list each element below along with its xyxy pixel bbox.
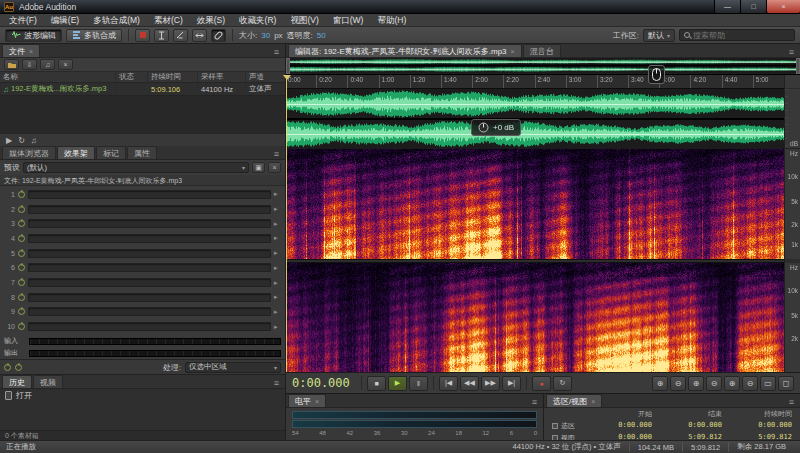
selection-duration[interactable]: 0:00.000 (722, 421, 792, 431)
maximize-button[interactable]: □ (740, 0, 766, 13)
frequency-ruler-right[interactable]: Hz 10k 5k 2k (785, 263, 800, 373)
play-button[interactable]: ▶ (388, 376, 407, 391)
preview-loop-icon[interactable]: ↻ (18, 136, 25, 145)
effect-slot[interactable]: 7 ▸ (4, 276, 281, 289)
effect-slot[interactable]: 5 ▸ (4, 247, 281, 260)
menu-item[interactable]: 素材(C) (147, 14, 190, 27)
column-duration[interactable]: 持续时间 (148, 72, 198, 82)
gain-hud-value[interactable]: +0 dB (493, 123, 514, 132)
power-icon[interactable] (18, 206, 25, 213)
rack-power-icon[interactable] (4, 364, 11, 371)
waveform-editor-button[interactable]: 波形编辑 (5, 29, 62, 42)
waveform-display[interactable]: +0 dB (286, 89, 784, 149)
playhead[interactable] (286, 75, 287, 372)
power-icon[interactable] (18, 191, 25, 198)
tab-effects-rack[interactable]: 效果架 (57, 146, 95, 159)
close-icon[interactable]: × (29, 48, 33, 55)
overview-left-handle[interactable] (286, 58, 290, 74)
tab-markers[interactable]: 标记 (96, 146, 126, 159)
preset-dropdown[interactable]: (默认) ▾ (23, 162, 249, 173)
panel-menu-icon[interactable]: ≡ (270, 149, 283, 159)
preview-audio-icon[interactable]: ♫ (31, 136, 37, 145)
panel-menu-icon[interactable]: ≡ (528, 397, 541, 407)
heal-brush-tool-icon[interactable] (211, 29, 226, 42)
slot-well[interactable] (28, 190, 271, 199)
time-display[interactable]: 0:00.000 (292, 376, 356, 390)
skip-forward-button[interactable]: ▶| (502, 376, 521, 391)
slot-arrow-icon[interactable]: ▸ (274, 234, 281, 242)
panel-menu-icon[interactable]: ≡ (270, 378, 283, 388)
close-icon[interactable]: × (511, 48, 515, 55)
slot-well[interactable] (28, 307, 271, 316)
menu-item[interactable]: 窗口(W) (326, 14, 371, 27)
spectrogram-right[interactable] (286, 263, 784, 373)
slip-tool-icon[interactable] (192, 29, 207, 42)
menu-item[interactable]: 帮助(H) (370, 14, 413, 27)
overview-right-handle[interactable] (796, 58, 800, 74)
slot-well[interactable] (28, 219, 271, 228)
power-icon[interactable] (18, 235, 25, 242)
zoom-full-button[interactable]: ◻ (778, 376, 794, 391)
media-icon[interactable]: ♫ (40, 59, 55, 70)
power-icon[interactable] (18, 294, 25, 301)
tab-selection-view[interactable]: 选区/视图 × (546, 394, 602, 407)
record-button[interactable]: ● (532, 376, 551, 391)
power-icon[interactable] (18, 250, 25, 257)
process-dropdown[interactable]: 仅选中区域 ▾ (185, 362, 281, 373)
power-icon[interactable] (18, 264, 25, 271)
rewind-button[interactable]: ◀◀ (460, 376, 479, 391)
history-item-open[interactable]: 打开 (0, 389, 285, 401)
slot-well[interactable] (28, 263, 271, 272)
effect-slot[interactable]: 1 ▸ (4, 188, 281, 201)
fast-forward-button[interactable]: ▶▶ (481, 376, 500, 391)
tab-files[interactable]: 文件 × (2, 44, 40, 57)
menu-item[interactable]: 文件(F) (2, 14, 44, 27)
zoom-selection-button[interactable]: ▭ (760, 376, 776, 391)
frequency-ruler-left[interactable]: Hz 10k 5k 2k 1k (785, 149, 800, 259)
opacity-value[interactable]: 50 (317, 31, 326, 40)
slot-well[interactable] (28, 293, 271, 302)
pause-button[interactable]: ‖ (409, 376, 428, 391)
preview-play-icon[interactable]: ▶ (6, 136, 12, 145)
razor-tool-icon[interactable] (173, 29, 188, 42)
file-row[interactable]: ♫192-E黄梅戏...闹欢乐多.mp3 5:09.106 44100 Hz 立… (0, 83, 285, 96)
tab-video[interactable]: 视频 (33, 375, 63, 388)
time-selection-tool-icon[interactable] (154, 29, 169, 42)
save-preset-icon[interactable]: ▣ (252, 162, 265, 173)
slot-arrow-icon[interactable]: ▸ (274, 323, 281, 331)
tab-history[interactable]: 历史 (2, 375, 32, 388)
multitrack-button[interactable]: 多轨合成 (66, 29, 122, 42)
selection-end[interactable]: 0:00.000 (652, 421, 722, 431)
menu-item[interactable]: 收藏夹(R) (232, 14, 283, 27)
loop-button[interactable]: ↻ (553, 376, 572, 391)
close-button[interactable]: × (766, 0, 800, 13)
column-channels[interactable]: 声道 (246, 72, 285, 82)
column-name[interactable]: 名称 (0, 72, 116, 82)
tab-properties[interactable]: 属性 (127, 146, 157, 159)
close-icon[interactable]: × (315, 398, 319, 405)
slot-arrow-icon[interactable]: ▸ (274, 220, 281, 228)
help-search-box[interactable] (679, 29, 795, 41)
slot-arrow-icon[interactable]: ▸ (274, 205, 281, 213)
effect-slot[interactable]: 8 ▸ (4, 291, 281, 304)
delete-preset-icon[interactable]: × (268, 162, 281, 173)
import-file-icon[interactable]: ⇩ (22, 59, 37, 70)
panel-menu-icon[interactable]: ≡ (785, 397, 798, 407)
slot-well[interactable] (28, 234, 271, 243)
workspace-dropdown[interactable]: 默认 ▾ (643, 29, 675, 42)
power-icon[interactable] (18, 220, 25, 227)
effect-slot[interactable]: 2 ▸ (4, 203, 281, 216)
record-indicator-icon[interactable] (135, 29, 150, 42)
rack-meter-icon[interactable] (15, 364, 22, 371)
timeline-ruler[interactable]: 0:00 0:20 0:40 1:00 1:20 1:40 (286, 75, 784, 89)
slot-arrow-icon[interactable]: ▸ (274, 264, 281, 272)
tab-mixer[interactable]: 混音台 (523, 44, 561, 57)
slot-well[interactable] (28, 205, 271, 214)
slot-arrow-icon[interactable]: ▸ (274, 190, 281, 198)
open-file-icon[interactable] (4, 59, 19, 70)
slot-well[interactable] (28, 249, 271, 258)
delete-icon[interactable]: × (58, 59, 73, 70)
effect-slot[interactable]: 3 ▸ (4, 217, 281, 230)
slot-arrow-icon[interactable]: ▸ (274, 279, 281, 287)
menu-item[interactable]: 视图(V) (283, 14, 325, 27)
